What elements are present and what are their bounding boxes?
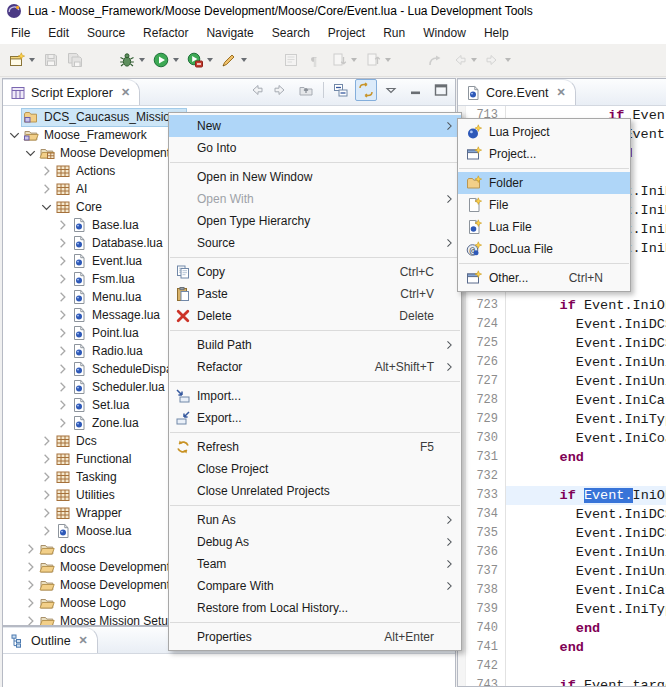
code-text[interactable]: if Event.IniObjectCategory == Object.Cat… bbox=[505, 296, 666, 315]
chev-collapsed-icon[interactable] bbox=[39, 487, 54, 503]
run-button[interactable] bbox=[150, 48, 182, 72]
chev-collapsed-icon[interactable] bbox=[39, 163, 54, 179]
code-text[interactable]: Event.IniDCSUnit = Event.initiator bbox=[505, 505, 666, 524]
line-number[interactable]: 733 bbox=[466, 486, 505, 505]
code-text[interactable] bbox=[505, 467, 666, 486]
submenu-item-folder[interactable]: Folder bbox=[458, 172, 630, 194]
forward-button[interactable] bbox=[270, 79, 292, 101]
menu-item-run-as[interactable]: Run As bbox=[169, 509, 461, 531]
menubar-run[interactable]: Run bbox=[374, 23, 414, 43]
close-icon[interactable]: ✕ bbox=[121, 87, 130, 98]
chev-collapsed-icon[interactable] bbox=[39, 433, 54, 449]
menu-item-properties[interactable]: PropertiesAlt+Enter bbox=[169, 626, 461, 648]
chev-expanded-icon[interactable] bbox=[7, 127, 22, 143]
up-folder-button[interactable] bbox=[295, 79, 317, 101]
chev-collapsed-icon[interactable] bbox=[55, 361, 70, 377]
annotation-ruler[interactable] bbox=[458, 657, 466, 676]
coverage-button[interactable] bbox=[184, 48, 216, 72]
chev-collapsed-icon[interactable] bbox=[23, 541, 38, 557]
code-text[interactable]: Event.IniCoalition = Event.IniDCSUnit:ge… bbox=[505, 429, 666, 448]
menubar-source[interactable]: Source bbox=[78, 23, 134, 43]
code-text[interactable]: Event.IniDCSUnitName = Event.IniDCSUnit:… bbox=[505, 334, 666, 353]
code-text[interactable]: Event.IniDCSUnit = Event.initiator bbox=[505, 315, 666, 334]
annotation-ruler[interactable] bbox=[458, 676, 466, 686]
chev-collapsed-icon[interactable] bbox=[55, 379, 70, 395]
annotation-prev-button[interactable] bbox=[362, 48, 394, 72]
chev-collapsed-icon[interactable] bbox=[55, 415, 70, 431]
show-whitespace-button[interactable]: ¶ bbox=[304, 48, 326, 72]
chev-collapsed-icon[interactable] bbox=[39, 469, 54, 485]
line-number[interactable]: 740 bbox=[466, 619, 505, 638]
menu-item-paste[interactable]: PasteCtrl+V bbox=[169, 283, 461, 305]
menubar-window[interactable]: Window bbox=[414, 23, 475, 43]
code-text[interactable]: Event.IniUnit = SCENERY:Register( Event.… bbox=[505, 562, 666, 581]
line-number[interactable]: 743 bbox=[466, 676, 505, 686]
collapse-all-button[interactable] bbox=[330, 79, 352, 101]
menu-item-source[interactable]: Source bbox=[169, 232, 461, 254]
menubar-search[interactable]: Search bbox=[263, 23, 319, 43]
annotation-next-button[interactable] bbox=[328, 48, 360, 72]
dropdown-caret-icon[interactable] bbox=[241, 58, 247, 62]
line-number[interactable]: 737 bbox=[466, 562, 505, 581]
line-number[interactable]: 734 bbox=[466, 505, 505, 524]
close-icon[interactable]: ✕ bbox=[79, 635, 88, 646]
minimize-button[interactable] bbox=[405, 79, 427, 101]
menu-item-build-path[interactable]: Build Path bbox=[169, 334, 461, 356]
dropdown-caret-icon[interactable] bbox=[351, 58, 357, 62]
chev-collapsed-icon[interactable] bbox=[55, 397, 70, 413]
code-text[interactable]: Event.IniDCSUnitName = Event.IniDCSUnit:… bbox=[505, 524, 666, 543]
line-number[interactable]: 730 bbox=[466, 429, 505, 448]
menu-item-new[interactable]: New bbox=[169, 115, 461, 137]
chev-collapsed-icon[interactable] bbox=[55, 343, 70, 359]
code-text[interactable]: end bbox=[505, 619, 666, 638]
chev-collapsed-icon[interactable] bbox=[39, 505, 54, 521]
chev-collapsed-icon[interactable] bbox=[55, 307, 70, 323]
submenu-item-doclua-file[interactable]: @DocLua File bbox=[458, 238, 630, 260]
menu-item-import[interactable]: Import... bbox=[169, 385, 461, 407]
tab-script-explorer[interactable]: Script Explorer ✕ bbox=[3, 79, 140, 105]
view-menu-button[interactable] bbox=[380, 79, 402, 101]
dropdown-caret-icon[interactable] bbox=[173, 58, 179, 62]
chev-expanded-icon[interactable] bbox=[23, 145, 38, 161]
dropdown-caret-icon[interactable] bbox=[29, 58, 35, 62]
debug-button[interactable] bbox=[116, 48, 148, 72]
code-text[interactable]: if Event.target then bbox=[505, 676, 666, 686]
menubar-file[interactable]: File bbox=[2, 23, 39, 43]
dropdown-caret-icon[interactable] bbox=[207, 58, 213, 62]
dropdown-caret-icon[interactable] bbox=[385, 58, 391, 62]
forward-button[interactable] bbox=[482, 48, 514, 72]
line-number[interactable]: 735 bbox=[466, 524, 505, 543]
code-text[interactable]: Event.IniUnitName = Event.IniDCSUnitName bbox=[505, 543, 666, 562]
dropdown-caret-icon[interactable] bbox=[139, 58, 145, 62]
maximize-button[interactable] bbox=[430, 79, 452, 101]
line-number[interactable]: 727 bbox=[466, 372, 505, 391]
dropdown-caret-icon[interactable] bbox=[505, 58, 511, 62]
submenu-item-lua-file[interactable]: Lua File bbox=[458, 216, 630, 238]
chev-collapsed-icon[interactable] bbox=[39, 451, 54, 467]
code-text[interactable]: end bbox=[505, 448, 666, 467]
line-number[interactable]: 724 bbox=[466, 315, 505, 334]
menubar-refactor[interactable]: Refactor bbox=[134, 23, 197, 43]
chev-collapsed-icon[interactable] bbox=[55, 217, 70, 233]
close-icon[interactable]: ✕ bbox=[557, 87, 566, 98]
line-number[interactable]: 736 bbox=[466, 543, 505, 562]
mark-occurrences-button[interactable] bbox=[280, 48, 302, 72]
submenu-item-project[interactable]: Project... bbox=[458, 143, 630, 165]
menu-item-team[interactable]: Team bbox=[169, 553, 461, 575]
submenu-item-file[interactable]: File bbox=[458, 194, 630, 216]
chev-collapsed-icon[interactable] bbox=[39, 523, 54, 539]
external-tools-button[interactable] bbox=[218, 48, 250, 72]
menu-item-copy[interactable]: CopyCtrl+C bbox=[169, 261, 461, 283]
menu-item-restore-from-local-history[interactable]: Restore from Local History... bbox=[169, 597, 461, 619]
menubar-project[interactable]: Project bbox=[319, 23, 374, 43]
line-number[interactable]: 723 bbox=[466, 296, 505, 315]
menu-item-export[interactable]: Export... bbox=[169, 407, 461, 429]
line-number[interactable]: 725 bbox=[466, 334, 505, 353]
line-number[interactable]: 728 bbox=[466, 391, 505, 410]
back-button[interactable] bbox=[448, 48, 480, 72]
code-text[interactable] bbox=[505, 657, 666, 676]
menu-item-close-unrelated-projects[interactable]: Close Unrelated Projects bbox=[169, 480, 461, 502]
code-text[interactable]: Event.IniCategory = Unit.Category.STRUCT… bbox=[505, 391, 666, 410]
menu-item-delete[interactable]: DeleteDelete bbox=[169, 305, 461, 327]
menu-item-compare-with[interactable]: Compare With bbox=[169, 575, 461, 597]
